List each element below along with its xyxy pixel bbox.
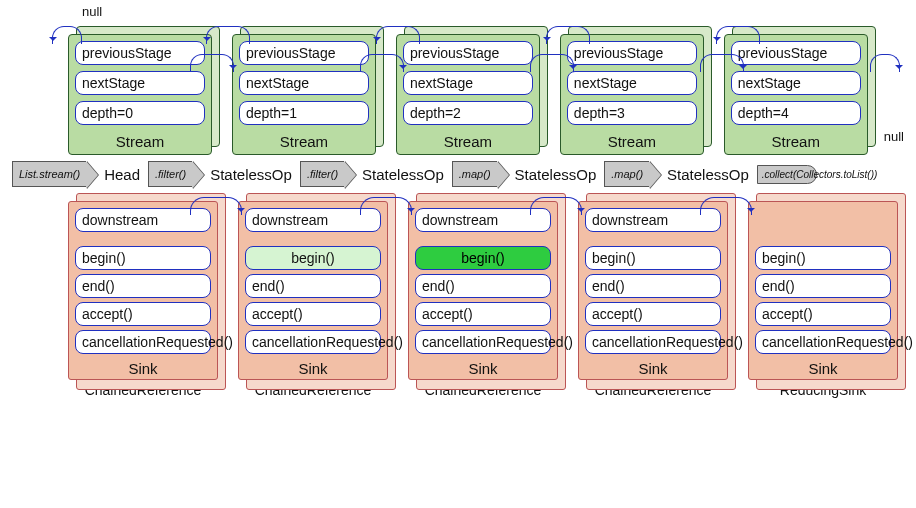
arrow-label: .collect(Collectors.toList()) [762, 169, 878, 180]
stage-kind-stateless: StatelessOp [515, 166, 597, 183]
slot-previous-stage: previousStage [239, 41, 369, 65]
sink-card: downstream begin() end() accept() cancel… [238, 201, 388, 398]
slot-begin: begin() [75, 246, 211, 270]
arrow-collect: .collect(Collectors.toList()) [757, 165, 817, 184]
slot-previous-stage: previousStage [75, 41, 205, 65]
next-arc [530, 54, 574, 72]
next-arc [190, 54, 234, 72]
stage-kind-stateless: StatelessOp [210, 166, 292, 183]
stream-card: previousStage nextStage depth=3 Stream [560, 34, 704, 155]
stream-card: previousStage nextStage depth=2 Stream [396, 34, 540, 155]
slot-depth: depth=1 [239, 101, 369, 125]
slot-accept: accept() [415, 302, 551, 326]
sink-card: downstream begin() end() accept() cancel… [408, 201, 558, 398]
slot-next-stage: nextStage [731, 71, 861, 95]
sink-type-label: Sink [75, 358, 211, 379]
stream-type-label: Stream [567, 131, 697, 152]
null-label-right: null [884, 129, 904, 144]
null-label-top: null [82, 4, 102, 19]
arrow-label: .map() [611, 168, 643, 180]
slot-end: end() [415, 274, 551, 298]
slot-begin-highlight-strong: begin() [415, 246, 551, 270]
stage-kind-stateless: StatelessOp [667, 166, 749, 183]
slot-end: end() [245, 274, 381, 298]
stream-card: previousStage nextStage depth=1 Stream [232, 34, 376, 155]
slot-end: end() [585, 274, 721, 298]
sink-card: downstream begin() end() accept() cancel… [68, 201, 218, 398]
slot-accept: accept() [585, 302, 721, 326]
arrow-list-stream: List.stream() [12, 161, 86, 187]
sink-card-reducing: begin() end() accept() cancellationReque… [748, 201, 898, 398]
slot-depth: depth=4 [731, 101, 861, 125]
arrow-map: .map() [452, 161, 497, 187]
sink-card: downstream begin() end() accept() cancel… [578, 201, 728, 398]
arrow-label: .filter() [155, 168, 186, 180]
slot-end: end() [75, 274, 211, 298]
prev-arc [206, 26, 250, 44]
slot-cancellation-requested: cancellationRequested() [755, 330, 891, 354]
slot-begin: begin() [755, 246, 891, 270]
slot-accept: accept() [755, 302, 891, 326]
sink-type-label: Sink [245, 358, 381, 379]
slot-accept: accept() [245, 302, 381, 326]
arrow-filter: .filter() [148, 161, 192, 187]
slot-next-stage: nextStage [567, 71, 697, 95]
arrow-map: .map() [604, 161, 649, 187]
prev-arc [376, 26, 420, 44]
next-arc [360, 54, 404, 72]
arrow-label: List.stream() [19, 168, 80, 180]
arrow-label: .map() [459, 168, 491, 180]
sink-type-label: Sink [755, 358, 891, 379]
operation-row: List.stream() Head .filter() StatelessOp… [12, 161, 904, 187]
next-arc [870, 54, 900, 72]
sink-type-label: Sink [415, 358, 551, 379]
downstream-arc [700, 197, 752, 215]
stream-type-label: Stream [75, 131, 205, 152]
stream-stage-row: null previousStage nextStage depth=0 Str… [58, 8, 904, 155]
slot-previous-stage: previousStage [403, 41, 533, 65]
slot-cancellation-requested: cancellationRequested() [75, 330, 211, 354]
slot-previous-stage: previousStage [731, 41, 861, 65]
slot-depth: depth=3 [567, 101, 697, 125]
stage-kind-stateless: StatelessOp [362, 166, 444, 183]
prev-arc [546, 26, 590, 44]
downstream-arc [530, 197, 582, 215]
stream-card: previousStage nextStage depth=4 Stream [724, 34, 868, 155]
next-arc [700, 54, 744, 72]
slot-next-stage: nextStage [75, 71, 205, 95]
slot-begin-highlight-light: begin() [245, 246, 381, 270]
stream-card: previousStage nextStage depth=0 Stream [68, 34, 212, 155]
arrow-filter: .filter() [300, 161, 344, 187]
stream-type-label: Stream [731, 131, 861, 152]
slot-cancellation-requested: cancellationRequested() [245, 330, 381, 354]
slot-cancellation-requested: cancellationRequested() [415, 330, 551, 354]
stream-type-label: Stream [403, 131, 533, 152]
stream-type-label: Stream [239, 131, 369, 152]
slot-next-stage: nextStage [403, 71, 533, 95]
slot-next-stage: nextStage [239, 71, 369, 95]
slot-end: end() [755, 274, 891, 298]
slot-previous-stage: previousStage [567, 41, 697, 65]
prev-arc [52, 26, 82, 44]
sink-row: downstream begin() end() accept() cancel… [58, 195, 904, 398]
downstream-arc [190, 197, 242, 215]
arrow-label: .filter() [307, 168, 338, 180]
downstream-arc [360, 197, 412, 215]
slot-depth: depth=0 [75, 101, 205, 125]
slot-depth: depth=2 [403, 101, 533, 125]
stage-kind-head: Head [104, 166, 140, 183]
sink-type-label: Sink [585, 358, 721, 379]
slot-accept: accept() [75, 302, 211, 326]
prev-arc [716, 26, 760, 44]
slot-begin: begin() [585, 246, 721, 270]
slot-cancellation-requested: cancellationRequested() [585, 330, 721, 354]
